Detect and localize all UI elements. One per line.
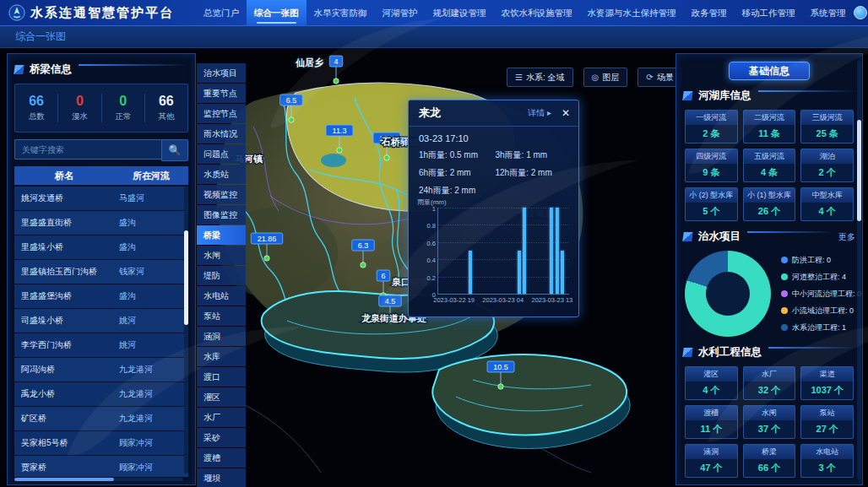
layer-item-灌区[interactable]: 灌区 — [197, 387, 246, 407]
nav-item[interactable]: 规划建设管理 — [426, 0, 494, 25]
layer-item-桥梁[interactable]: 桥梁 — [197, 225, 246, 245]
card-value: 26 个 — [744, 203, 795, 220]
more-link[interactable]: 更多 — [838, 231, 855, 243]
bridge-stat: 66其他 — [145, 94, 187, 122]
table-row[interactable]: 里盛盛直街桥盛沟 — [14, 211, 188, 235]
layer-item-采砂[interactable]: 采砂 — [197, 428, 246, 447]
control-label: 图层 — [602, 72, 619, 84]
cell-bridge-name: 吴家相5号桥 — [14, 437, 114, 449]
cell-river: 盛沟 — [114, 290, 188, 302]
y-tick-label: 0.8 — [427, 222, 436, 230]
nav-item[interactable]: 河湖管护 — [375, 0, 426, 25]
layer-item-堤防[interactable]: 堤防 — [197, 266, 246, 285]
search-button[interactable]: 🔍 — [161, 139, 188, 161]
layer-item-堰坝[interactable]: 堰坝 — [197, 468, 246, 487]
layer-item-水闸[interactable]: 水闸 — [197, 246, 246, 265]
table-row[interactable]: 里盛镇抬玉西门沟桥钱家河 — [14, 260, 188, 284]
layer-item-图像监控[interactable]: 图像监控 — [197, 205, 246, 225]
layer-item-问题点[interactable]: 问题点 — [197, 144, 246, 164]
app-logo-icon — [8, 4, 25, 21]
search-input[interactable] — [14, 139, 161, 160]
nav-item[interactable]: 水旱灾害防御 — [307, 0, 375, 25]
legend-item: 小流域治理工程: 0 — [781, 306, 861, 317]
stat-card: 中型水库4 个 — [800, 187, 854, 221]
table-row[interactable]: 里盛盛堡沟桥盛沟 — [14, 284, 188, 308]
card-value: 3 个 — [801, 459, 853, 477]
cell-river: 马盛河 — [114, 192, 188, 204]
layer-item-治水项目[interactable]: 治水项目 — [197, 63, 246, 83]
scrollbar-thumb[interactable] — [184, 230, 188, 325]
cell-river: 姚河 — [114, 339, 188, 351]
projects-donut-row: 防洪工程: 0河道整治工程: 4中小河流治理工程: 0小流域治理工程: 0水系治… — [685, 251, 857, 337]
nav-item[interactable]: 农饮水利设施管理 — [494, 0, 580, 25]
control-icon: ☰ — [515, 73, 523, 82]
card-title: 泵站 — [801, 406, 853, 420]
section-icon — [14, 65, 24, 74]
card-title: 二级河流 — [744, 111, 795, 125]
layer-item-监控节点[interactable]: 监控节点 — [197, 104, 246, 123]
stat-label: 正常 — [102, 111, 144, 122]
layer-item-水质站[interactable]: 水质站 — [197, 165, 246, 184]
scrollbar-thumb[interactable] — [14, 478, 114, 481]
card-title: 水厂 — [744, 367, 795, 381]
table-row[interactable]: 姚河发通桥马盛河 — [14, 187, 188, 210]
table-horizontal-scrollbar[interactable] — [14, 478, 183, 481]
layer-item-涵洞[interactable]: 涵洞 — [197, 327, 246, 346]
table-vertical-scrollbar[interactable] — [184, 187, 188, 473]
layer-item-视频监控[interactable]: 视频监控 — [197, 185, 246, 204]
stat-card: 渡槽11 个 — [685, 405, 738, 439]
card-value: 4 条 — [744, 164, 795, 181]
layer-item-渡槽[interactable]: 渡槽 — [197, 448, 246, 468]
column-header-bridge-name: 桥名 — [14, 170, 114, 182]
layer-item-渡口[interactable]: 渡口 — [197, 367, 246, 387]
nav-item[interactable]: 系统管理 — [803, 0, 854, 25]
cell-bridge-name: 矿区桥 — [14, 413, 114, 425]
layer-item-泵站[interactable]: 泵站 — [197, 306, 246, 326]
bridge-panel-title: 桥梁信息 — [30, 62, 72, 77]
x-tick-label: 2023-03-22 19 — [433, 296, 475, 304]
table-row[interactable]: 司盛垛小桥姚河 — [14, 309, 188, 333]
table-row[interactable]: 禹龙小桥九龙港河 — [14, 382, 188, 406]
card-title: 四级河流 — [686, 149, 737, 164]
cell-bridge-name: 贾家桥 — [14, 462, 114, 473]
legend-dot — [781, 290, 788, 297]
breadcrumb[interactable]: 综合一张图 — [15, 30, 66, 44]
layer-item-水电站[interactable]: 水电站 — [197, 286, 246, 306]
chart-gridline: 0 — [438, 294, 569, 295]
table-row[interactable]: 贾家桥顾家冲河 — [14, 456, 188, 477]
stat-card: 四级河流9 条 — [685, 149, 738, 182]
layer-item-雨水情况[interactable]: 雨水情况 — [197, 124, 246, 143]
nav-item[interactable]: 总览门户 — [196, 0, 247, 25]
card-title: 水闸 — [744, 406, 795, 420]
layer-item-水厂[interactable]: 水厂 — [197, 408, 246, 427]
nav-item[interactable]: 政务管理 — [684, 0, 735, 25]
map-control-button[interactable]: ◎图层 — [583, 68, 628, 87]
nav-item[interactable]: 移动工作管理 — [735, 0, 803, 25]
section-divider — [768, 347, 855, 349]
table-row[interactable]: 矿区桥九龙港河 — [14, 407, 188, 430]
facilities-card-grid: 灌区4 个水厂32 个渠道1037 个渡槽11 个水闸37 个泵站27 个涵洞4… — [685, 366, 854, 478]
map-control-button[interactable]: ☰水系: 全域 — [507, 68, 573, 87]
table-row[interactable]: 阿冯沟桥九龙港河 — [14, 358, 188, 381]
basic-info-button[interactable]: 基础信息 — [729, 62, 810, 80]
user-avatar — [854, 6, 867, 19]
detail-link[interactable]: 详情 ▸ — [528, 107, 551, 119]
card-value: 11 个 — [686, 420, 737, 438]
stat-card: 水电站3 个 — [800, 444, 854, 478]
table-row[interactable]: 李学西门沟桥姚河 — [14, 333, 188, 357]
table-row[interactable]: 吴家相5号桥顾家冲河 — [14, 431, 188, 455]
cell-river: 盛沟 — [114, 217, 188, 229]
scrollbar-thumb[interactable] — [857, 120, 861, 221]
table-row[interactable]: 里盛垛小桥盛沟 — [14, 235, 188, 259]
close-icon[interactable]: ✕ — [561, 107, 570, 119]
bridge-stat: 66总数 — [15, 94, 58, 122]
cell-river: 顾家冲河 — [114, 437, 188, 449]
table-header: 桥名 所在河流 — [14, 166, 188, 185]
panel-vertical-scrollbar[interactable] — [857, 61, 861, 479]
layer-item-水库[interactable]: 水库 — [197, 347, 246, 366]
layer-item-重要节点[interactable]: 重要节点 — [197, 84, 246, 103]
nav-item[interactable]: 综合一张图 — [247, 0, 307, 25]
nav-item[interactable]: 水资源与水土保持管理 — [580, 0, 684, 25]
rivers-section-header: 河湖库信息 — [683, 89, 855, 103]
user-menu[interactable]: hhzb42080201 ▾ — [854, 6, 868, 19]
